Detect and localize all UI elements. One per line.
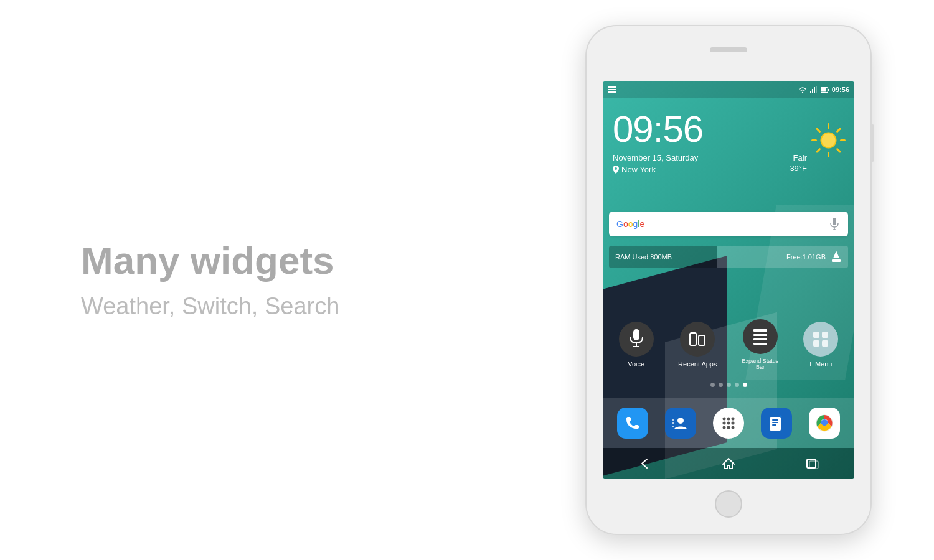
- ram-widget: RAM Used:800MB Free:1.01GB: [609, 246, 848, 268]
- mic-search-icon[interactable]: [828, 218, 841, 230]
- svg-point-47: [722, 422, 725, 425]
- svg-rect-9: [828, 88, 829, 91]
- dot-2: [719, 383, 723, 387]
- svg-line-15: [817, 129, 819, 131]
- svg-rect-35: [753, 343, 767, 345]
- shortcut-l-menu[interactable]: L Menu: [803, 322, 838, 368]
- weather-left: November 15, Saturday New York: [613, 153, 698, 174]
- bottom-dock: [603, 398, 854, 448]
- weather-widget: 09:56 November 15, Saturday New York: [603, 98, 854, 183]
- page-dots: [603, 383, 854, 387]
- svg-rect-34: [753, 338, 767, 340]
- svg-point-49: [731, 422, 734, 425]
- l-menu-icon-bg: [803, 322, 838, 357]
- phone-speaker: [710, 47, 747, 52]
- dock-app-drawer[interactable]: [713, 408, 744, 439]
- svg-rect-42: [672, 422, 674, 424]
- svg-rect-31: [699, 335, 705, 345]
- left-content: Many widgets Weather, Switch, Search: [81, 240, 339, 320]
- shortcut-recent-apps[interactable]: Recent Apps: [678, 322, 717, 368]
- svg-rect-37: [822, 332, 828, 338]
- ram-used: RAM Used:800MB: [609, 246, 717, 268]
- svg-rect-0: [608, 86, 616, 88]
- dock-chrome-app[interactable]: [809, 408, 840, 439]
- weather-condition: Fair: [793, 153, 807, 162]
- battery-icon: [821, 85, 829, 94]
- dot-1: [710, 383, 715, 387]
- dock-notes-app[interactable]: [761, 408, 792, 439]
- dot-5-active: [743, 383, 747, 387]
- expand-status-icon-bg: [743, 319, 778, 354]
- svg-point-45: [727, 418, 730, 421]
- svg-point-21: [615, 167, 617, 170]
- svg-rect-60: [807, 459, 816, 468]
- svg-rect-33: [753, 334, 767, 336]
- voice-icon-bg: [619, 322, 654, 357]
- search-bar[interactable]: Google: [609, 212, 848, 236]
- svg-rect-38: [813, 340, 819, 347]
- l-menu-label: L Menu: [809, 360, 832, 368]
- svg-line-16: [837, 149, 840, 152]
- svg-rect-6: [814, 87, 815, 93]
- phone-side-button: [870, 124, 874, 162]
- weather-temp: 39°F: [790, 164, 807, 173]
- svg-point-46: [731, 418, 734, 421]
- svg-rect-56: [772, 424, 776, 426]
- svg-point-52: [731, 426, 734, 429]
- nav-recents-button[interactable]: [800, 454, 825, 473]
- svg-line-18: [817, 149, 819, 152]
- svg-point-44: [722, 418, 725, 421]
- main-title: Many widgets: [81, 240, 339, 282]
- expand-status-label: Expand Status Bar: [742, 358, 779, 370]
- weather-location: New York: [613, 165, 698, 174]
- svg-rect-7: [816, 86, 817, 93]
- weather-date: November 15, Saturday: [613, 153, 698, 162]
- svg-rect-2: [608, 91, 616, 93]
- phone-container: 09:56: [585, 25, 872, 535]
- google-logo: Google: [616, 219, 644, 229]
- svg-rect-1: [608, 89, 616, 90]
- svg-rect-36: [813, 332, 819, 338]
- phone-home-button[interactable]: [715, 490, 742, 518]
- svg-rect-27: [633, 329, 639, 340]
- status-right: 09:56: [798, 85, 849, 94]
- ram-free: Free:1.01GB: [717, 246, 848, 268]
- dock-contacts-app[interactable]: [665, 408, 696, 439]
- weather-info-row: November 15, Saturday New York Fair 39°F: [613, 153, 844, 174]
- svg-rect-32: [753, 329, 767, 332]
- shortcut-expand-status[interactable]: Expand Status Bar: [742, 319, 779, 370]
- svg-point-59: [822, 421, 827, 426]
- shortcut-voice[interactable]: Voice: [619, 322, 654, 368]
- nav-home-button[interactable]: [716, 454, 741, 473]
- sun-icon: [811, 123, 846, 157]
- svg-rect-22: [833, 218, 836, 225]
- recent-apps-icon-bg: [680, 322, 715, 357]
- dot-4: [735, 383, 739, 387]
- shortcuts-row: Voice Recent Apps: [603, 313, 854, 376]
- svg-rect-39: [822, 340, 828, 347]
- svg-point-51: [727, 426, 730, 429]
- svg-rect-30: [690, 333, 696, 345]
- nav-back-button[interactable]: [632, 454, 657, 473]
- svg-rect-53: [770, 417, 781, 431]
- recent-apps-label: Recent Apps: [678, 360, 717, 368]
- svg-point-20: [822, 134, 836, 147]
- menu-icon: [608, 85, 616, 94]
- svg-rect-4: [810, 91, 811, 93]
- status-time: 09:56: [832, 86, 849, 93]
- svg-point-48: [727, 422, 730, 425]
- dock-phone-app[interactable]: [617, 408, 648, 439]
- svg-rect-41: [672, 419, 674, 421]
- phone-shell: 09:56: [585, 25, 872, 535]
- voice-label: Voice: [628, 360, 644, 368]
- status-left: [608, 85, 616, 94]
- svg-point-50: [722, 426, 725, 429]
- wifi-icon: [798, 85, 807, 94]
- signal-icon: [809, 85, 818, 94]
- weather-right: Fair 39°F: [790, 153, 807, 173]
- svg-rect-43: [672, 426, 674, 427]
- svg-rect-5: [812, 89, 813, 93]
- svg-rect-10: [821, 88, 826, 91]
- svg-rect-25: [832, 259, 841, 262]
- svg-point-40: [677, 418, 684, 424]
